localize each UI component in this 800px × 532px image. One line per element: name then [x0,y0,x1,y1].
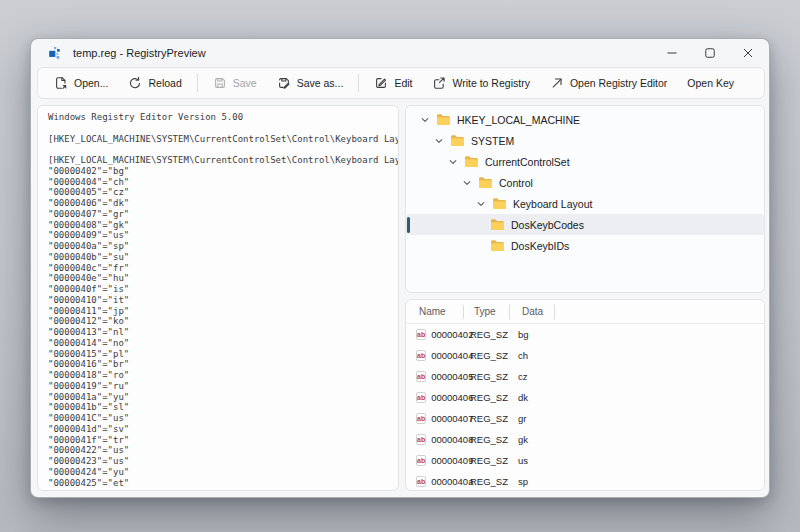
toolbar-button[interactable]: Open Key [677,71,744,95]
minimize-icon [667,48,677,58]
string-value-icon: ab [416,434,426,445]
folder-icon [492,197,507,210]
tree-item-label: Keyboard Layout [513,198,592,210]
folder-icon [490,218,505,231]
value-type: REG_SZ [464,371,510,382]
toolbar-button[interactable]: Save [203,71,267,95]
editor-line [48,123,398,134]
editor-line: "00000424"="yu" [48,467,398,478]
open-file-icon [54,76,68,90]
toolbar-button-label: Write to Registry [452,77,529,89]
grid-column-header[interactable]: Data [510,305,555,319]
toolbar-button-label: Save [233,77,257,89]
editor-line: "0000041b"="sl" [48,402,398,413]
chevron-down-icon[interactable] [462,177,478,189]
grid-row[interactable]: ab 00000408 REG_SZ gk [406,429,764,450]
toolbar-button[interactable]: Open... [44,71,118,95]
open-external-icon [550,76,564,90]
tree-item[interactable]: HKEY_LOCAL_MACHINE [406,109,764,130]
minimize-button[interactable] [653,39,691,67]
toolbar-button-label: Open Registry Editor [570,77,667,89]
editor-line: "0000041f"="tr" [48,435,398,446]
grid-column-header[interactable]: Type [464,305,510,319]
grid-row[interactable]: ab 0000040a REG_SZ sp [406,471,764,491]
value-data: gr [510,413,555,424]
close-icon [743,48,753,58]
app-icon [47,46,61,60]
toolbar-button[interactable]: Write to Registry [422,71,539,95]
chevron-down-icon[interactable] [476,198,492,210]
folder-icon [436,113,451,126]
toolbar-button[interactable]: Reload [118,71,191,95]
editor-line: "00000410"="it" [48,295,398,306]
string-value-icon: ab [416,476,426,487]
values-grid: NameTypeData ab 00000402 REG_SZ bg ab 00… [405,299,765,491]
save-icon [213,76,227,90]
string-value-icon: ab [416,350,426,361]
toolbar: Open... Reload Save Save as... Edit Writ… [37,67,765,99]
tree-item[interactable]: Control [406,172,764,193]
editor-line: "00000422"="us" [48,445,398,456]
tree-item[interactable]: DosKeybCodes [406,214,764,235]
toolbar-button-label: Open Key [687,77,734,89]
value-data: sp [510,476,555,487]
grid-column-header [555,305,764,319]
value-data: dk [510,392,555,403]
editor-line: "00000404"="ch" [48,177,398,188]
toolbar-button[interactable]: Open Registry Editor [540,71,677,95]
value-type: REG_SZ [464,413,510,424]
grid-column-header[interactable]: Name [406,305,464,319]
string-value-icon: ab [416,413,426,424]
editor-line: "00000409"="us" [48,230,398,241]
maximize-button[interactable] [691,39,729,67]
titlebar: temp.reg - RegistryPreview [31,39,769,67]
editor-line: "00000425"="et" [48,478,398,489]
tree-item[interactable]: Keyboard Layout [406,193,764,214]
tree-item-label: HKEY_LOCAL_MACHINE [457,114,580,126]
editor-line: [HKEY_LOCAL_MACHINE\SYSTEM\CurrentContro… [48,155,398,166]
reg-file-editor[interactable]: Windows Registry Editor Version 5.00 [HK… [37,105,399,491]
close-button[interactable] [729,39,767,67]
string-value-icon: ab [416,371,426,382]
editor-line: "0000040b"="su" [48,252,398,263]
toolbar-button[interactable]: Save as... [267,71,354,95]
tree-item-label: Control [499,177,533,189]
chevron-down-icon[interactable] [448,156,464,168]
grid-row[interactable]: ab 00000405 REG_SZ cz [406,366,764,387]
editor-line: "00000414"="no" [48,338,398,349]
chevron-down-icon[interactable] [434,135,450,147]
toolbar-button-label: Edit [394,77,412,89]
editor-line: [HKEY_LOCAL_MACHINE\SYSTEM\CurrentContro… [48,134,398,145]
editor-line: "00000411"="jp" [48,306,398,317]
editor-line: "0000041d"="sv" [48,424,398,435]
chevron-down-icon[interactable] [420,114,436,126]
folder-icon [490,239,505,252]
editor-line: "00000419"="ru" [48,381,398,392]
maximize-icon [705,48,715,58]
tree-item[interactable]: CurrentControlSet [406,151,764,172]
grid-row[interactable]: ab 00000404 REG_SZ ch [406,345,764,366]
toolbar-button[interactable]: Edit [364,71,422,95]
grid-row[interactable]: ab 00000406 REG_SZ dk [406,387,764,408]
editor-line: "0000040e"="hu" [48,273,398,284]
editor-line: "00000415"="pl" [48,349,398,360]
editor-line: "00000412"="ko" [48,316,398,327]
grid-row[interactable]: ab 00000409 REG_SZ us [406,450,764,471]
toolbar-button-label: Open... [74,77,108,89]
editor-line: "00000407"="gr" [48,209,398,220]
editor-line: "00000408"="gk" [48,220,398,231]
value-data: cz [510,371,555,382]
value-data: ch [510,350,555,361]
tree-item[interactable]: SYSTEM [406,130,764,151]
edit-icon [374,76,388,90]
string-value-icon: ab [416,392,426,403]
value-type: REG_SZ [464,434,510,445]
grid-row[interactable]: ab 00000402 REG_SZ bg [406,324,764,345]
editor-line [48,144,398,155]
editor-line: "00000416"="br" [48,359,398,370]
tree-item[interactable]: DosKeybIDs [406,235,764,256]
registry-preview-window: temp.reg - RegistryPreview Open... Reloa… [30,38,770,498]
folder-icon [464,155,479,168]
window-title: temp.reg - RegistryPreview [73,47,206,59]
grid-row[interactable]: ab 00000407 REG_SZ gr [406,408,764,429]
